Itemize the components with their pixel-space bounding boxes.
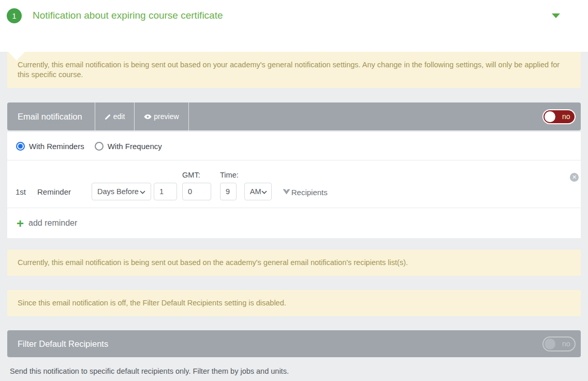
time-field: Time: (220, 171, 239, 200)
filter-disabled-banner: Since this email notification is off, th… (7, 290, 581, 316)
radio-circle (16, 142, 25, 151)
days-value-input[interactable] (154, 183, 177, 200)
toggle-state-label: no (562, 112, 570, 121)
meridiem-select[interactable]: AM (244, 183, 272, 200)
filter-default-recipients-bar: Filter Default Recipients no (7, 330, 581, 357)
gmt-label: GMT: (182, 171, 211, 179)
preview-button[interactable]: preview (135, 102, 188, 130)
radio-with-reminders[interactable]: With Reminders (16, 142, 84, 151)
edit-button[interactable]: edit (95, 102, 135, 130)
divider (95, 102, 95, 130)
days-before-select[interactable]: Days Before (92, 183, 151, 200)
gmt-value-input[interactable] (182, 183, 211, 200)
email-notification-panel: With Reminders With Frequency 1st Remind… (7, 132, 581, 238)
divider (188, 102, 189, 130)
time-label: Time: (220, 171, 239, 179)
filter-default-recipients-title: Filter Default Recipients (7, 330, 121, 357)
header-notch (8, 52, 25, 61)
reminder-label: Reminder (37, 187, 71, 196)
recipients-expander[interactable]: Recipients (283, 187, 328, 197)
notification-settings-page: 1 Notification about expiring course cer… (0, 0, 588, 381)
toggle-knob (545, 111, 555, 122)
mode-radio-row: With Reminders With Frequency (7, 132, 581, 160)
radio-with-frequency[interactable]: With Frequency (95, 142, 162, 151)
email-notification-toggle[interactable]: no (542, 109, 576, 124)
chevron-down-icon (261, 187, 267, 196)
time-value-input[interactable] (220, 183, 237, 200)
divider (134, 102, 135, 130)
settings-body: Currently, this email notification is be… (0, 52, 588, 381)
days-before-selected-value: Days Before (97, 187, 139, 196)
filter-default-recipients-toggle[interactable]: no (542, 336, 576, 351)
remove-reminder-icon[interactable]: ✕ (570, 173, 579, 182)
email-notification-bar: Email notification edit preview no (7, 102, 581, 130)
add-reminder-label: add reminder (28, 218, 77, 228)
edit-button-label: edit (113, 112, 125, 121)
recipients-label: Recipients (291, 188, 328, 197)
email-notification-title: Email notification (7, 102, 95, 130)
reminder-ordinal: 1st (16, 187, 28, 196)
page-title: Notification about expiring course certi… (33, 10, 223, 21)
edit-pencil-icon (105, 113, 111, 120)
chevron-down-icon (140, 187, 145, 196)
meridiem-selected-value: AM (250, 187, 261, 196)
collapse-caret-icon[interactable] (552, 13, 560, 18)
recipients-list-banner: Currently, this email notification is be… (7, 250, 581, 276)
general-settings-banner: Currently, this email notification is be… (7, 52, 581, 88)
radio-label: With Reminders (29, 142, 84, 151)
toggle-state-label: no (562, 340, 570, 348)
preview-eye-icon (144, 114, 152, 120)
reminder-row: 1st Reminder Days Before GMT: Time: (7, 160, 581, 208)
filter-description: Send this notification to specific defau… (7, 367, 581, 375)
toggle-knob (545, 339, 555, 349)
gmt-field: GMT: (182, 171, 211, 200)
section-header: 1 Notification about expiring course cer… (0, 0, 588, 31)
radio-circle (95, 142, 104, 151)
preview-button-label: preview (154, 112, 179, 121)
add-reminder-button[interactable]: + add reminder (7, 208, 581, 238)
recipients-chevron-icon (283, 187, 290, 197)
radio-label: With Frequency (108, 142, 162, 151)
plus-icon: + (17, 218, 24, 229)
step-number-badge: 1 (7, 8, 22, 23)
